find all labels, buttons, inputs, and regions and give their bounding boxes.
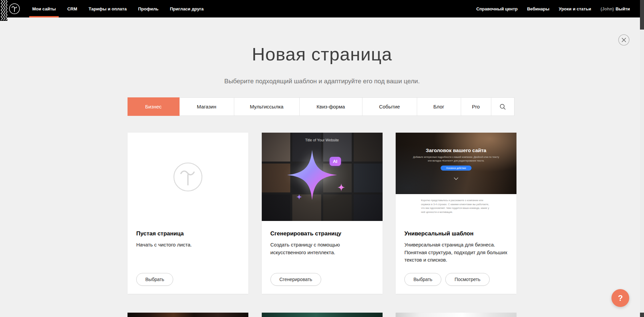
close-icon: [618, 34, 630, 46]
close-button[interactable]: [618, 34, 630, 46]
card-description: Начать с чистого листа.: [136, 241, 240, 249]
scrollbar-corner: [640, 313, 644, 317]
user-name: (John): [600, 6, 614, 11]
tab-pro[interactable]: Pro: [461, 97, 491, 116]
card-description: Универсальная страница для бизнеса. Поня…: [404, 241, 508, 264]
next-template-preview-2[interactable]: [262, 313, 383, 317]
search-icon: [499, 103, 506, 110]
template-grid-row2: [128, 313, 516, 317]
preview-site-title: Title of Your Website: [262, 138, 383, 142]
tilda-logo[interactable]: [9, 3, 20, 14]
tilda-watermark-icon: [172, 161, 204, 193]
preview-hero: Заголовок вашего сайта Добавьте интересн…: [396, 133, 516, 194]
chevron-down-icon: [396, 175, 516, 181]
page-title: Новая страница: [0, 44, 644, 64]
help-button[interactable]: ?: [611, 289, 629, 307]
preview-hero-subtitle: Добавьте интересные подробности о вашей …: [412, 155, 499, 163]
scrollbar-thumb[interactable]: [640, 0, 644, 30]
card-actions: Сгенерировать: [270, 273, 321, 286]
generate-button[interactable]: Сгенерировать: [270, 273, 321, 286]
search-tab[interactable]: [491, 97, 514, 116]
card-title: Пустая страница: [136, 230, 240, 237]
card-body: Сгенерировать страницу Создать страницу …: [262, 221, 383, 256]
ai-badge: AI: [330, 157, 341, 166]
tab-blog[interactable]: Блог: [417, 97, 461, 116]
small-sparkle-icon: [296, 194, 302, 200]
next-template-preview-1[interactable]: [128, 313, 248, 317]
choose-button[interactable]: Выбрать: [136, 273, 173, 286]
card-title: Сгенерировать страницу: [270, 230, 374, 237]
preview-body-text: Коротко представьтесь и расскажите о ком…: [421, 198, 491, 214]
nav-my-sites[interactable]: Мои сайты: [32, 0, 56, 17]
card-description: Создать страницу с помощью искусственног…: [270, 241, 374, 256]
card-actions: Выбрать Посмотреть: [404, 273, 490, 286]
page-subtitle: Выберите подходящий шаблон и адаптируйте…: [0, 77, 644, 86]
nav-lessons[interactable]: Уроки и статьи: [559, 6, 591, 11]
next-template-preview-3[interactable]: [396, 313, 516, 317]
template-card-blank[interactable]: Пустая страница Начать с чистого листа. …: [128, 133, 248, 294]
template-card-universal[interactable]: Заголовок вашего сайта Добавьте интересн…: [396, 133, 516, 294]
logout-link[interactable]: Выйти: [615, 6, 630, 11]
tab-quiz-form[interactable]: Квиз-форма: [299, 97, 362, 116]
card-title: Универсальный шаблон: [404, 230, 508, 237]
new-page-dialog: Новая страница Выберите подходящий шабло…: [0, 44, 644, 317]
nav-tariffs[interactable]: Тарифы и оплата: [89, 0, 127, 17]
nav-crm[interactable]: CRM: [67, 0, 77, 17]
small-sparkle-icon: [337, 183, 346, 192]
choose-button[interactable]: Выбрать: [404, 273, 441, 286]
top-navbar: Мои сайты CRM Тарифы и оплата Профиль Пр…: [0, 0, 644, 17]
preview-hero-button: Основное действие: [441, 166, 472, 171]
nav-webinars[interactable]: Вебинары: [527, 6, 549, 11]
nav-help-center[interactable]: Справочный центр: [476, 6, 517, 11]
zigzag-decoration-icon: [0, 0, 7, 21]
universal-preview: Заголовок вашего сайта Добавьте интересн…: [396, 133, 516, 221]
blank-preview: [128, 133, 248, 221]
card-actions: Выбрать: [136, 273, 173, 286]
tab-multilink[interactable]: Мультиссылка: [234, 97, 300, 116]
ai-preview: Title of Your Website: [262, 133, 383, 221]
preview-text-section: Коротко представьтесь и расскажите о ком…: [396, 194, 516, 221]
user-block: (John) Выйти: [600, 6, 630, 11]
tab-business[interactable]: Бизнес: [128, 97, 180, 116]
template-card-ai-generate[interactable]: Title of Your Website: [262, 133, 383, 294]
template-grid: Пустая страница Начать с чистого листа. …: [128, 133, 516, 294]
card-body: Универсальный шаблон Универсальная стран…: [396, 221, 516, 264]
tab-event[interactable]: Событие: [362, 97, 417, 116]
scrollbar[interactable]: [640, 0, 644, 317]
main-menu: Мои сайты CRM Тарифы и оплата Профиль Пр…: [32, 0, 204, 17]
nav-profile[interactable]: Профиль: [138, 0, 158, 17]
secondary-menu: Справочный центр Вебинары Уроки и статьи…: [476, 6, 644, 11]
tab-shop[interactable]: Магазин: [179, 97, 234, 116]
view-button[interactable]: Посмотреть: [445, 273, 489, 286]
nav-invite-friend[interactable]: Пригласи друга: [170, 0, 204, 17]
category-tabs: Бизнес Магазин Мультиссылка Квиз-форма С…: [128, 97, 517, 116]
ai-sparkle-icon: [285, 147, 340, 202]
preview-hero-title: Заголовок вашего сайта: [396, 147, 516, 153]
card-body: Пустая страница Начать с чистого листа.: [128, 221, 248, 249]
